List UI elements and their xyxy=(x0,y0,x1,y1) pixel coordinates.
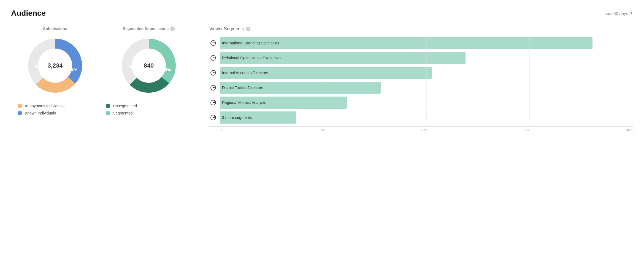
bar-row-2: Internal Accounts Directors xyxy=(209,67,633,79)
svg-text:64%: 64% xyxy=(69,67,77,72)
legend-label-unsegmented: Unsegmented xyxy=(113,104,137,108)
legend-item-known: Known Individuals xyxy=(18,111,64,115)
segmented-section: Segmented Submissions ? 26% 64% 840 Unse… xyxy=(99,26,198,115)
svg-text:26%: 26% xyxy=(35,64,43,69)
x-label-3: 30% xyxy=(524,128,530,132)
legend-label-segmented: Segmented xyxy=(113,111,133,115)
pie-icon-5 xyxy=(210,114,216,121)
svg-text:64%: 64% xyxy=(163,67,171,72)
pie-icon-2 xyxy=(210,70,216,76)
bar-row-3: District Tactics Directors xyxy=(209,82,633,94)
bar-fill-1: Relational Optimization Executives xyxy=(220,52,466,64)
bar-icon-4 xyxy=(209,99,217,106)
x-label-1: 10% xyxy=(318,128,324,132)
legend-dot-known xyxy=(18,111,22,115)
date-filter-label: Last 30 days xyxy=(605,11,628,16)
submissions-legend: Anonymous Individuals Known Individuals xyxy=(11,104,64,115)
bar-row-4: Regional Metrics Analysts xyxy=(209,97,633,109)
page-title: Audience xyxy=(11,9,46,18)
viewer-title-row: Viewer Segments ? xyxy=(209,26,633,31)
bar-fill-2: Internal Accounts Directors xyxy=(220,67,432,79)
legend-dot-anonymous xyxy=(18,104,22,108)
x-label-4: 40% xyxy=(626,128,633,132)
charts-container: Submissions 26% 64% 3,234 Anonymous Indi… xyxy=(11,26,633,132)
bar-fill-0: International Branding Specialists xyxy=(220,37,592,49)
bar-label-2: Internal Accounts Directors xyxy=(222,71,268,75)
bar-label-1: Relational Optimization Executives xyxy=(222,56,282,60)
submissions-title: Submissions xyxy=(43,26,67,31)
svg-text:26%: 26% xyxy=(129,64,137,69)
legend-dot-segmented xyxy=(106,111,110,115)
segmented-legend: Unsegmented Segmented xyxy=(99,104,137,115)
bar-icon-5 xyxy=(209,114,217,121)
segmented-donut: 26% 64% 840 xyxy=(118,35,179,96)
bar-label-4: Regional Metrics Analysts xyxy=(222,100,266,105)
x-label-0: 0 xyxy=(220,128,222,132)
legend-label-known: Known Individuals xyxy=(25,111,56,115)
legend-item-segmented: Segmented xyxy=(106,111,137,115)
page-header: Audience Last 30 days ▼ xyxy=(11,9,633,18)
bar-icon-1 xyxy=(209,54,217,62)
viewer-help-icon[interactable]: ? xyxy=(246,27,250,31)
date-filter-button[interactable]: Last 30 days ▼ xyxy=(605,11,633,16)
x-label-2: 20% xyxy=(421,128,427,132)
pie-icon-4 xyxy=(210,100,216,106)
submissions-section: Submissions 26% 64% 3,234 Anonymous Indi… xyxy=(11,26,99,115)
viewer-segments-section: Viewer Segments ? xyxy=(198,26,633,132)
bar-row-5: 3 more segments xyxy=(209,111,633,124)
pie-icon-0 xyxy=(210,40,216,46)
bar-icon-3 xyxy=(209,84,217,92)
legend-item-anonymous: Anonymous Individuals xyxy=(18,104,64,108)
dropdown-arrow-icon: ▼ xyxy=(630,11,633,15)
bar-fill-5: 3 more segments xyxy=(220,111,296,124)
segmented-title-row: Segmented Submissions ? xyxy=(123,26,175,31)
x-axis: 0 10% 20% 30% 40% xyxy=(209,126,633,132)
pie-icon-3 xyxy=(210,85,216,91)
submissions-center-value: 3,234 xyxy=(47,62,63,69)
legend-label-anonymous: Anonymous Individuals xyxy=(25,104,64,108)
bar-icon-0 xyxy=(209,39,217,47)
bar-label-0: International Branding Specialists xyxy=(222,41,279,45)
bar-fill-3: District Tactics Directors xyxy=(220,82,381,94)
x-axis-labels: 0 10% 20% 30% 40% xyxy=(220,127,633,132)
legend-dot-unsegmented xyxy=(106,104,110,108)
viewer-segments-title: Viewer Segments xyxy=(209,26,244,31)
segmented-title: Segmented Submissions xyxy=(123,26,169,31)
bar-row-1: Relational Optimization Executives xyxy=(209,52,633,64)
legend-item-unsegmented: Unsegmented xyxy=(106,104,137,108)
bar-chart-container: International Branding Specialists Relat… xyxy=(209,37,633,132)
bar-row-0: International Branding Specialists xyxy=(209,37,633,49)
segmented-help-icon[interactable]: ? xyxy=(170,26,175,31)
bar-fill-4: Regional Metrics Analysts xyxy=(220,97,347,109)
bar-icon-2 xyxy=(209,69,217,77)
submissions-donut: 26% 64% 3,234 xyxy=(25,35,85,96)
segmented-center-value: 840 xyxy=(144,62,154,69)
bar-label-3: District Tactics Directors xyxy=(222,86,263,90)
bar-label-5: 3 more segments xyxy=(222,115,252,120)
pie-icon-1 xyxy=(210,55,216,61)
